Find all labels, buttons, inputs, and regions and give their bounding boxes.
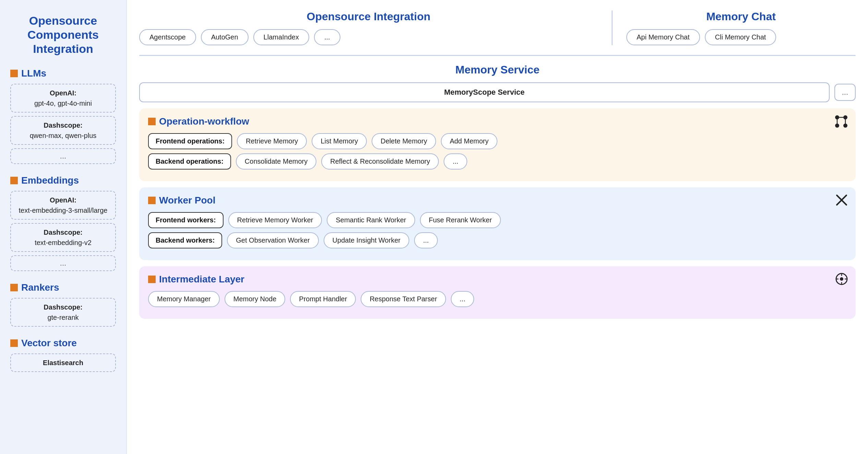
llms-dashscope-box: Dashscope: qwen-max, qwen-plus xyxy=(10,116,116,145)
intermediate-layer-icon xyxy=(835,272,848,288)
operation-workflow-section: Operation-workflow Frontend operations: … xyxy=(139,108,856,181)
consolidate-memory-pill[interactable]: Consolidate Memory xyxy=(236,153,316,170)
reflect-reconsolidate-pill[interactable]: Reflect & Reconsolidate Memory xyxy=(321,153,439,170)
intermediate-items-row: Memory Manager Memory Node Prompt Handle… xyxy=(148,291,847,307)
llms-icon xyxy=(10,70,18,77)
get-observation-worker-pill[interactable]: Get Observation Worker xyxy=(227,232,318,248)
semantic-rank-worker-pill[interactable]: Semantic Rank Worker xyxy=(327,212,415,228)
integration-pill-more[interactable]: ... xyxy=(314,29,340,45)
intermediate-layer-section: Intermediate Layer Memory Manager Memory… xyxy=(139,266,856,319)
llms-heading: LLMs xyxy=(10,68,116,79)
workflow-icon xyxy=(834,115,848,131)
memoryscope-row: MemoryScope Service ... xyxy=(139,82,856,102)
memoryscope-dots-btn[interactable]: ... xyxy=(834,84,856,101)
embeddings-heading: Embeddings xyxy=(10,175,116,186)
backend-ops-more-pill[interactable]: ... xyxy=(444,153,467,170)
section-divider xyxy=(139,55,856,56)
memory-chat-title: Memory Chat xyxy=(626,10,856,23)
vectorstore-heading: Vector store xyxy=(10,338,116,349)
operation-workflow-heading: Operation-workflow xyxy=(148,116,847,127)
memory-chat-pills-row: Api Memory Chat Cli Memory Chat xyxy=(626,29,856,45)
backend-workers-label: Backend workers: xyxy=(148,232,222,248)
embeddings-ellipsis: ... xyxy=(10,255,116,271)
memory-manager-pill[interactable]: Memory Manager xyxy=(148,291,220,307)
worker-pool-icon xyxy=(835,194,848,209)
worker-pool-orange-icon xyxy=(148,197,156,204)
intermediate-layer-heading: Intermediate Layer xyxy=(148,274,847,285)
worker-pool-section: Worker Pool Frontend workers: Retrieve M… xyxy=(139,187,856,260)
embeddings-openai-box: OpenAI: text-embedding-3-small/large xyxy=(10,191,116,220)
right-area: Opensource Integration Agentscope AutoGe… xyxy=(127,0,868,454)
intermediate-orange-icon xyxy=(148,276,156,283)
left-panel: Opensource Components Integration LLMs O… xyxy=(0,0,127,454)
rankers-heading: Rankers xyxy=(10,282,116,293)
memoryscope-box: MemoryScope Service xyxy=(139,82,830,102)
prompt-handler-pill[interactable]: Prompt Handler xyxy=(290,291,356,307)
retrieve-memory-worker-pill[interactable]: Retrieve Memory Worker xyxy=(228,212,322,228)
cli-memory-chat-pill[interactable]: Cli Memory Chat xyxy=(705,29,776,45)
worker-pool-heading: Worker Pool xyxy=(148,195,847,206)
rankers-section: Rankers Dashscope: gte-rerank xyxy=(10,282,116,327)
llms-ellipsis: ... xyxy=(10,148,116,164)
integration-pill-autogen[interactable]: AutoGen xyxy=(201,29,249,45)
embeddings-section: Embeddings OpenAI: text-embedding-3-smal… xyxy=(10,175,116,271)
llms-section: LLMs OpenAI: gpt-4o, gpt-4o-mini Dashsco… xyxy=(10,68,116,164)
embeddings-dashscope-box: Dashscope: text-embedding-v2 xyxy=(10,223,116,252)
vertical-divider xyxy=(612,10,613,45)
frontend-ops-row: Frontend operations: Retrieve Memory Lis… xyxy=(148,133,847,149)
frontend-workers-label: Frontend workers: xyxy=(148,212,224,228)
integration-pill-llamaindex[interactable]: LlamaIndex xyxy=(253,29,309,45)
workflow-orange-icon xyxy=(148,118,156,125)
frontend-ops-label: Frontend operations: xyxy=(148,133,232,149)
rankers-dashscope-box: Dashscope: gte-rerank xyxy=(10,298,116,327)
integration-title: Opensource Integration xyxy=(139,10,598,23)
api-memory-chat-pill[interactable]: Api Memory Chat xyxy=(626,29,700,45)
llms-openai-box: OpenAI: gpt-4o, gpt-4o-mini xyxy=(10,84,116,113)
frontend-workers-row: Frontend workers: Retrieve Memory Worker… xyxy=(148,212,847,228)
left-panel-title: Opensource Components Integration xyxy=(10,14,116,56)
embeddings-icon xyxy=(10,177,18,184)
top-row: Opensource Integration Agentscope AutoGe… xyxy=(139,10,856,45)
update-insight-worker-pill[interactable]: Update Insight Worker xyxy=(324,232,410,248)
rankers-icon xyxy=(10,284,18,291)
add-memory-pill[interactable]: Add Memory xyxy=(441,133,497,149)
backend-ops-label: Backend operations: xyxy=(148,153,231,170)
backend-workers-row: Backend workers: Get Observation Worker … xyxy=(148,232,847,248)
vectorstore-box: Elastisearch xyxy=(10,353,116,372)
vectorstore-icon xyxy=(10,339,18,347)
backend-ops-row: Backend operations: Consolidate Memory R… xyxy=(148,153,847,170)
svg-point-10 xyxy=(840,277,843,281)
vectorstore-section: Vector store Elastisearch xyxy=(10,338,116,372)
backend-workers-more-pill[interactable]: ... xyxy=(414,232,438,248)
intermediate-more-pill[interactable]: ... xyxy=(451,291,474,307)
fuse-rerank-worker-pill[interactable]: Fuse Rerank Worker xyxy=(420,212,501,228)
retrieve-memory-pill[interactable]: Retrieve Memory xyxy=(237,133,307,149)
delete-memory-pill[interactable]: Delete Memory xyxy=(372,133,436,149)
memory-service-title: Memory Service xyxy=(139,63,856,76)
response-text-parser-pill[interactable]: Response Text Parser xyxy=(361,291,446,307)
memory-node-pill[interactable]: Memory Node xyxy=(225,291,286,307)
integration-pill-agentscope[interactable]: Agentscope xyxy=(139,29,196,45)
integration-panel: Opensource Integration Agentscope AutoGe… xyxy=(139,10,598,45)
list-memory-pill[interactable]: List Memory xyxy=(312,133,367,149)
memory-chat-panel: Memory Chat Api Memory Chat Cli Memory C… xyxy=(626,10,856,45)
integration-pills-row: Agentscope AutoGen LlamaIndex ... xyxy=(139,29,598,45)
